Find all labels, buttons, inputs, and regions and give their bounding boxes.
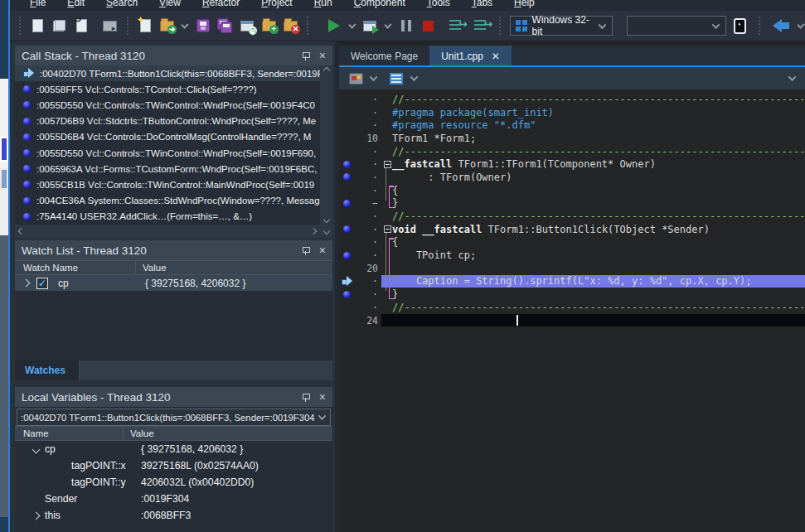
close-icon[interactable]: × [319, 50, 326, 61]
run-without-debugging-dropdown-icon[interactable] [384, 21, 391, 28]
code-line[interactable]: ·void __fastcall TForm1::Button1Click(TO… [339, 223, 805, 236]
call-stack-frame[interactable]: :0055D6B4 Vcl::Controls::DoControlMsg(Co… [15, 129, 320, 145]
variable-row[interactable]: this:0068BFF3 [15, 507, 332, 524]
tab-close-icon[interactable]: ✕ [492, 51, 500, 62]
menu-item-component[interactable]: Component [354, 0, 405, 10]
variable-row[interactable]: Sender:0019F304 [15, 491, 332, 507]
module-options-dropdown-icon[interactable] [370, 73, 378, 81]
column-header[interactable]: Value [124, 428, 154, 438]
code-line[interactable]: ·} [339, 288, 805, 301]
config-selector[interactable] [627, 16, 726, 36]
platform-selector[interactable]: Windows 32-bit [510, 16, 613, 36]
menu-item-help[interactable]: Help [514, 0, 535, 10]
code-line[interactable]: ·//-------------------------------------… [339, 210, 805, 223]
code-line[interactable]: ·__fastcall TForm1::TForm1(TComponent* O… [339, 157, 805, 171]
variable-row[interactable]: tagPOINT::y4206032L (0x00402DD0) [15, 474, 332, 491]
navigate-back-dropdown-icon[interactable] [797, 21, 804, 28]
menu-item-refactor[interactable]: Refactor [202, 0, 240, 10]
watch-checkbox[interactable]: ✓ [36, 278, 48, 289]
code-line[interactable]: · Caption = String().sprintf(L"x: %d, y:… [339, 275, 805, 288]
editor-overflow-chevron-icon[interactable] [788, 73, 797, 81]
call-stack-frame[interactable]: :00558FF5 Vcl::Controls::TControl::Click… [15, 81, 320, 97]
variable-row[interactable]: tagPOINT::x39275168L (0x02574AA0) [15, 457, 332, 474]
navigate-back-icon[interactable] [773, 16, 791, 36]
call-stack-frame[interactable]: :004CE36A System::Classes::StdWndProc(Wi… [15, 193, 320, 209]
open-window-icon[interactable] [51, 16, 67, 36]
column-header[interactable]: Value [136, 263, 167, 273]
watch-row[interactable]: ✓cp{ 39275168, 4206032 } [15, 275, 332, 291]
code-line[interactable]: 24 [339, 314, 805, 327]
run-icon[interactable] [326, 16, 342, 36]
scroll-right-icon[interactable] [310, 228, 317, 235]
device-icon[interactable] [732, 16, 748, 36]
code-line[interactable]: 20 [339, 262, 805, 275]
pin-icon[interactable] [302, 394, 309, 401]
screen-capture-icon[interactable] [102, 16, 118, 36]
code-line[interactable]: ·{ [339, 184, 805, 197]
code-line[interactable]: ·//-------------------------------------… [339, 145, 805, 158]
menu-item-search[interactable]: Search [106, 0, 138, 10]
menu-item-view[interactable]: View [159, 0, 181, 10]
editor-tab-welcome-page[interactable]: Welcome Page [339, 46, 429, 67]
add-to-project-icon[interactable]: + [260, 16, 276, 36]
call-stack-vertical-scrollbar[interactable] [320, 65, 332, 225]
code-line[interactable]: · TPoint cp; [339, 249, 805, 262]
editor-tab-unit1-cpp[interactable]: Unit1.cpp✕ [429, 46, 512, 67]
run-without-debugging-icon[interactable] [362, 16, 378, 36]
code-line[interactable]: −} [339, 197, 805, 210]
code-line[interactable]: ·//-------------------------------------… [339, 301, 805, 314]
module-options-icon[interactable] [346, 69, 366, 89]
new-items-icon[interactable] [137, 16, 153, 36]
call-stack-frame[interactable]: :0065963A Vcl::Forms::TCustomForm::WndPr… [15, 161, 320, 177]
pin-icon[interactable] [302, 247, 309, 254]
scroll-up-icon[interactable] [322, 67, 329, 74]
code-line[interactable]: 10TForm1 *Form1; [339, 132, 805, 145]
view-selector-icon[interactable] [386, 69, 406, 89]
expand-chevron-icon[interactable] [27, 447, 45, 452]
frame-selector[interactable]: :00402D70 TForm1::Button1Click(this=:006… [17, 409, 331, 426]
code-line[interactable]: · : TForm(Owner) [339, 171, 805, 184]
column-header[interactable]: Watch Name [15, 263, 135, 273]
column-header[interactable]: Name [15, 428, 123, 438]
scroll-down-icon[interactable] [322, 216, 329, 223]
code-line[interactable]: ·{ [339, 236, 805, 249]
variable-row[interactable]: cp{ 39275168, 4206032 } [15, 441, 332, 457]
fold-collapse-icon[interactable] [384, 225, 391, 233]
call-stack-horizontal-scrollbar[interactable] [15, 225, 320, 238]
save-all-icon[interactable] [217, 16, 233, 36]
trace-into-icon[interactable] [472, 16, 487, 36]
call-stack-frame[interactable]: :0055CB1B Vcl::Controls::TWinControl::Ma… [15, 177, 320, 192]
code-area[interactable]: ·//-------------------------------------… [339, 89, 805, 532]
close-icon[interactable]: × [319, 244, 326, 256]
open-project-icon[interactable]: ➜ [159, 16, 175, 36]
call-stack-frame[interactable]: :75A4140 USER32.AddClick…(Form=this=…, &… [15, 209, 320, 225]
menu-item-file[interactable]: File [30, 0, 46, 10]
code-line[interactable]: ·//-------------------------------------… [339, 93, 805, 106]
menu-item-project[interactable]: Project [261, 0, 292, 10]
recent-windows-icon[interactable] [239, 16, 255, 36]
open-project-dropdown-icon[interactable] [182, 21, 189, 28]
run-dropdown-icon[interactable] [348, 21, 356, 28]
program-reset-icon[interactable] [419, 16, 435, 36]
tab-watches[interactable]: Watches [15, 360, 80, 380]
new-file-icon[interactable] [30, 16, 46, 36]
menu-item-tabs[interactable]: Tabs [472, 0, 492, 10]
save-icon[interactable] [195, 16, 211, 36]
menu-item-edit[interactable]: Edit [67, 0, 85, 10]
call-stack-frame[interactable]: :0057D6B9 Vcl::Stdctrls::TButtonControl:… [15, 114, 320, 129]
pause-icon[interactable] [398, 16, 414, 36]
remove-from-project-icon[interactable]: ✕ [283, 16, 298, 36]
call-stack-frame[interactable]: :00402D70 TForm1::Button1Click(this=:006… [15, 65, 320, 81]
menu-item-tools[interactable]: Tools [427, 0, 450, 10]
menu-item-run[interactable]: Run [314, 0, 332, 10]
fold-collapse-icon[interactable] [384, 161, 391, 168]
expand-chevron-icon[interactable] [27, 513, 45, 519]
view-selector-dropdown-icon[interactable] [410, 73, 419, 81]
call-stack-frame[interactable]: :0055D550 Vcl::Controls::TWinControl::Wn… [15, 145, 320, 161]
step-over-icon[interactable] [447, 16, 463, 36]
call-stack-frame[interactable]: :0055D550 Vcl::Controls::TWinControl::Wn… [15, 97, 320, 113]
open-file-icon[interactable] [74, 16, 90, 36]
expand-chevron-icon[interactable] [15, 280, 36, 286]
code-line[interactable]: ·#pragma resource "*.dfm" [339, 118, 805, 132]
scroll-left-icon[interactable] [18, 228, 25, 235]
